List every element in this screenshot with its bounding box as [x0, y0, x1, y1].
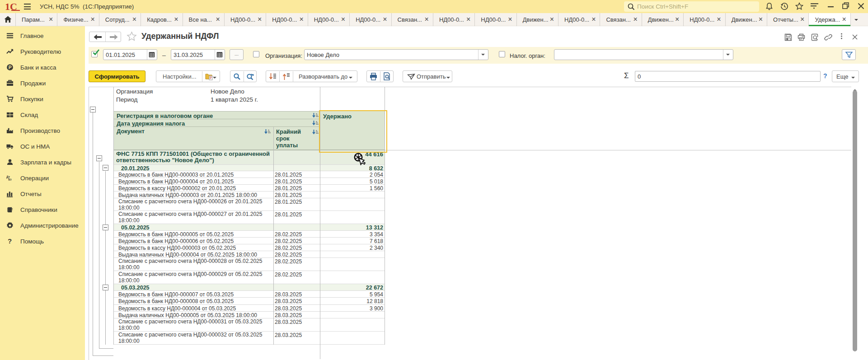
- svg-text:Р: Р: [9, 65, 12, 70]
- svg-text:Кт: Кт: [8, 178, 12, 181]
